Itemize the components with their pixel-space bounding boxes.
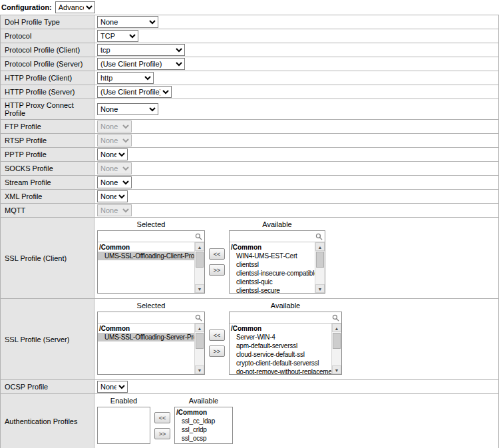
ocsp-profile-select[interactable]: None xyxy=(97,381,128,393)
ssl-profile-server-right-search-input[interactable] xyxy=(230,312,341,324)
scrollbar[interactable]: ▲▼ xyxy=(315,242,325,293)
row-mqtt: MQTTNone xyxy=(1,204,499,218)
scrollbar-thumb[interactable] xyxy=(333,333,341,349)
row-protocol-profile-server: Protocol Profile (Server)(Use Client Pro… xyxy=(1,57,499,71)
row-ssl-profile-server: SSL Profile (Server)Selected/CommonUMS-S… xyxy=(1,299,499,380)
ssl-profile-client-right-column: Available/CommonWIN4-UMS-EST-Certclients… xyxy=(229,220,325,294)
ssl-profile-client-right-header: Available xyxy=(229,220,325,230)
row-rtsp-profile: RTSP ProfileNone xyxy=(1,134,499,148)
row-stream-profile: Stream ProfileNone xyxy=(1,176,499,190)
list-group-header: /Common xyxy=(230,324,331,333)
scroll-up-icon[interactable]: ▲ xyxy=(195,242,204,251)
ssl-profile-client-right-search-input[interactable] xyxy=(230,231,325,242)
list-item[interactable]: UMS-SSL-Offloading-Server-Profile xyxy=(98,333,194,341)
socks-profile-label: SOCKS Profile xyxy=(1,162,94,176)
scrollbar[interactable]: ▲▼ xyxy=(194,324,204,374)
socks-profile-select[interactable]: None xyxy=(97,162,132,174)
scrollbar[interactable]: ▲▼ xyxy=(194,242,204,293)
authentication-profiles-label: Authentication Profiles xyxy=(1,394,94,448)
ssl-profile-client-move-right-button[interactable]: >> xyxy=(209,264,225,276)
protocol-profile-client-select[interactable]: tcp xyxy=(97,44,185,56)
doh-profile-type-select[interactable]: None xyxy=(97,16,158,28)
rtsp-profile-select[interactable]: None xyxy=(97,134,132,146)
ssl-profile-client-dual-list: Selected/CommonUMS-SSL-Offloading-Client… xyxy=(97,220,496,294)
http-profile-client-select[interactable]: http xyxy=(97,72,154,84)
authentication-profiles-move-left-button[interactable]: << xyxy=(154,412,170,423)
authentication-profiles-left-header: Enabled xyxy=(97,396,150,406)
search-icon xyxy=(195,314,202,322)
protocol-profile-server-select[interactable]: (Use Client Profile) xyxy=(97,58,185,70)
ftp-profile-select[interactable]: None xyxy=(97,120,132,132)
scroll-down-icon[interactable]: ▼ xyxy=(195,284,204,293)
scrollbar-track[interactable] xyxy=(315,251,325,284)
authentication-profiles-left-list xyxy=(98,407,150,443)
ssl-profile-server-move-left-button[interactable]: << xyxy=(209,330,225,341)
scroll-up-icon[interactable]: ▲ xyxy=(332,324,341,332)
list-group-header: /Common xyxy=(230,243,315,252)
http-proxy-connect-profile-label: HTTP Proxy Connect Profile xyxy=(1,99,94,120)
ssl-profile-client-left-search-input[interactable] xyxy=(98,231,204,242)
ssl-profile-client-move-left-button[interactable]: << xyxy=(209,248,225,260)
search-icon xyxy=(332,314,339,322)
list-item[interactable]: apm-default-serverssl xyxy=(230,341,331,350)
list-group-header: /Common xyxy=(98,324,194,333)
http-proxy-connect-profile-select[interactable]: None xyxy=(97,103,158,115)
row-doh-profile-type: DoH Profile TypeNone xyxy=(1,15,499,29)
list-item[interactable]: clientssl-insecure-compatible xyxy=(230,269,315,278)
scrollbar-track[interactable] xyxy=(332,332,341,365)
ssl-profile-client-right-list: /CommonWIN4-UMS-EST-Certclientsslclients… xyxy=(230,242,315,293)
scroll-up-icon[interactable]: ▲ xyxy=(195,324,204,332)
scrollbar[interactable]: ▲▼ xyxy=(331,324,341,374)
http-profile-server-label: HTTP Profile (Server) xyxy=(1,85,94,99)
scrollbar-track[interactable] xyxy=(195,332,204,365)
doh-profile-type-label: DoH Profile Type xyxy=(1,15,94,29)
authentication-profiles-move-right-button[interactable]: >> xyxy=(154,428,170,439)
authentication-profiles-right-list: /Commonssl_cc_ldapssl_crldpssl_ocsp xyxy=(175,407,232,443)
scroll-up-icon[interactable]: ▲ xyxy=(315,242,325,251)
scroll-down-icon[interactable]: ▼ xyxy=(332,365,341,374)
list-item[interactable]: WIN4-UMS-EST-Cert xyxy=(230,252,315,260)
scrollbar-track[interactable] xyxy=(195,251,204,284)
list-item[interactable]: cloud-service-default-ssl xyxy=(230,350,331,359)
row-pptp-profile: PPTP ProfileNone xyxy=(1,148,499,162)
list-item[interactable]: clientssl-quic xyxy=(230,278,315,286)
scrollbar-thumb[interactable] xyxy=(316,252,324,268)
list-item[interactable]: crypto-client-default-serverssl xyxy=(230,359,331,367)
list-item[interactable]: clientssl xyxy=(230,260,315,269)
row-http-profile-server: HTTP Profile (Server)(Use Client Profile… xyxy=(1,85,499,99)
list-group-header: /Common xyxy=(98,243,194,252)
list-group-header: /Common xyxy=(175,408,232,417)
http-profile-server-select[interactable]: (Use Client Profile) xyxy=(97,86,172,98)
ssl-profile-server-left-search-input[interactable] xyxy=(98,312,204,324)
authentication-profiles-left-listbox xyxy=(97,407,150,444)
row-socks-profile: SOCKS ProfileNone xyxy=(1,162,499,176)
scrollbar-thumb[interactable] xyxy=(196,252,204,268)
list-item[interactable]: do-not-remove-without-replacement xyxy=(230,367,331,374)
ftp-profile-label: FTP Profile xyxy=(1,120,94,134)
row-xml-profile: XML ProfileNone xyxy=(1,190,499,204)
list-item[interactable]: ssl_ocsp xyxy=(175,434,232,443)
list-item[interactable]: ssl_cc_ldap xyxy=(175,417,232,425)
scroll-down-icon[interactable]: ▼ xyxy=(195,365,204,374)
ssl-profile-server-right-header: Available xyxy=(229,301,342,311)
ssl-profile-server-move-right-button[interactable]: >> xyxy=(209,345,225,357)
list-item[interactable]: UMS-SSL-Offloading-Client-Profile xyxy=(98,252,194,260)
xml-profile-select[interactable]: None xyxy=(97,190,128,202)
list-item[interactable]: ssl_crldp xyxy=(175,425,232,434)
authentication-profiles-right-column: Available/Commonssl_cc_ldapssl_crldpssl_… xyxy=(174,396,233,444)
row-http-profile-client: HTTP Profile (Client)http xyxy=(1,71,499,85)
scroll-down-icon[interactable]: ▼ xyxy=(315,284,325,293)
list-item[interactable]: Server-WIN-4 xyxy=(230,333,331,341)
configuration-select[interactable]: Advanced xyxy=(55,1,95,13)
scrollbar-thumb[interactable] xyxy=(196,333,204,349)
stream-profile-select[interactable]: None xyxy=(97,176,132,188)
protocol-select[interactable]: TCP xyxy=(97,30,138,42)
row-ssl-profile-client: SSL Profile (Client)Selected/CommonUMS-S… xyxy=(1,218,499,299)
ssl-profile-server-right-listbox: /CommonServer-WIN-4apm-default-serverssl… xyxy=(229,312,342,375)
list-item[interactable]: clientssl-secure xyxy=(230,286,315,293)
row-http-proxy-connect-profile: HTTP Proxy Connect ProfileNone xyxy=(1,99,499,120)
pptp-profile-select[interactable]: None xyxy=(97,148,128,160)
ssl-profile-server-dual-list: Selected/CommonUMS-SSL-Offloading-Server… xyxy=(97,301,496,375)
mqtt-select[interactable]: None xyxy=(97,204,132,216)
row-ftp-profile: FTP ProfileNone xyxy=(1,120,499,134)
